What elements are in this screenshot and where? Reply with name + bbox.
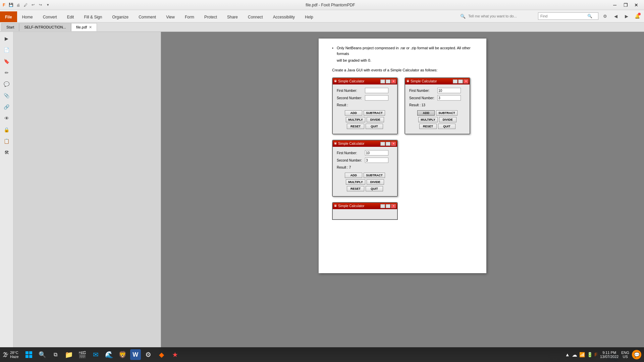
search-taskbar-btn[interactable]: 🔍 [36,349,48,361]
brave-btn[interactable]: 🦁 [117,349,129,361]
calc-4-close-btn[interactable]: ✕ [391,204,396,208]
sidebar-nav-icon[interactable]: ▶ [1,33,12,44]
calc-1-minimize-btn[interactable]: ─ [380,79,385,83]
calc-2-subtract-btn[interactable]: SUBTRACT [436,110,458,116]
qa-undo-icon[interactable]: ↩ [30,2,36,8]
network-icon[interactable]: ▲ [565,352,570,357]
tab-view[interactable]: View [161,11,180,22]
github-btn[interactable]: ⚙ [142,349,154,361]
tab-share[interactable]: Share [222,11,243,22]
calc-3-close-btn[interactable]: ✕ [391,142,396,146]
calc-2-first-input[interactable] [437,88,461,93]
help-search-input[interactable] [468,14,535,18]
calc-1-close-btn[interactable]: ✕ [391,79,396,83]
calc-2-quit-btn[interactable]: QUIT [438,124,455,129]
doc-tab-file-close-icon[interactable]: ✕ [89,25,92,29]
language-widget[interactable]: ENG US [621,351,629,359]
wifi-icon[interactable]: 📶 [579,352,585,357]
sidebar-bookmarks-icon[interactable]: 🔖 [1,56,12,67]
tab-form[interactable]: Form [180,11,199,22]
tab-organize[interactable]: Organize [107,11,133,22]
mail-btn[interactable]: ✉ [90,349,102,361]
find-input[interactable] [540,14,587,18]
calc-2-add-btn[interactable]: ADD [417,110,435,116]
calc-4-minimize-btn[interactable]: ─ [380,204,385,208]
qa-redo-icon[interactable]: ↪ [38,2,44,8]
sidebar-annotate-icon[interactable]: ✏ [1,67,12,78]
tab-comment[interactable]: Comment [133,11,161,22]
calc-3-add-btn[interactable]: ADD [345,173,362,178]
start-button[interactable] [23,349,35,361]
calc-3-first-input[interactable] [365,150,388,156]
tab-fill-sign[interactable]: Fill & Sign [79,11,107,22]
tab-convert[interactable]: Convert [38,11,62,22]
tab-help[interactable]: Help [300,11,318,22]
sidebar-comments-icon[interactable]: 💬 [1,79,12,89]
qa-print-icon[interactable]: 🖨 [15,2,21,8]
calc-3-divide-btn[interactable]: DIVIDE [367,179,384,185]
tab-file[interactable]: File [0,11,17,22]
sidebar-security-icon[interactable]: 🔒 [1,124,12,135]
qa-edit-icon[interactable]: 🖊 [23,2,29,8]
calc-1-add-btn[interactable]: ADD [345,110,362,116]
file-explorer-btn[interactable]: 📁 [63,349,75,361]
calc-2-close-btn[interactable]: ✕ [464,79,468,83]
calc-2-multiply-btn[interactable]: MULTIPLY [418,117,438,122]
nav-forward-icon[interactable]: ▶ [623,12,631,20]
tab-accessibility[interactable]: Accessibility [268,11,300,22]
restore-button[interactable]: ❐ [621,2,631,8]
calc-2-reset-btn[interactable]: RESET [419,124,437,129]
doc-tab-start[interactable]: Start [1,23,19,31]
calc-1-divide-btn[interactable]: DIVIDE [367,117,384,122]
calc-3-multiply-btn[interactable]: MULTIPLY [346,179,365,185]
task-view-btn[interactable]: ⧉ [50,349,62,361]
calc-3-subtract-btn[interactable]: SUBTRACT [364,173,385,178]
cloud-icon[interactable]: ☁ [572,352,577,358]
calc-1-first-input[interactable] [365,88,388,93]
sidebar-links-icon[interactable]: 🔗 [1,102,12,112]
calc-3-quit-btn[interactable]: QUIT [366,186,383,191]
datetime-widget[interactable]: 9:11 PM 13/07/2022 [600,351,619,359]
qa-save-icon[interactable]: 💾 [8,2,14,8]
battery-icon[interactable]: 🔋 [587,352,593,357]
sidebar-tools-icon[interactable]: 🛠 [1,147,12,158]
word-btn[interactable]: W [130,349,141,360]
notification-icon[interactable]: 🔔 [633,12,641,20]
tab-edit[interactable]: Edit [62,11,79,22]
notification-circle[interactable]: 💬 [632,350,641,359]
calc-2-maximize-btn[interactable]: □ [458,79,463,83]
calc-1-subtract-btn[interactable]: SUBTRACT [364,110,385,116]
obs-btn[interactable]: 🎬 [76,349,89,361]
doc-tab-self-intro[interactable]: SELF-INTRODUCTION... [19,23,71,31]
calc-3-reset-btn[interactable]: RESET [347,186,364,191]
calc-3-maximize-btn[interactable]: □ [386,142,390,146]
sidebar-properties-icon[interactable]: 👁 [1,113,12,124]
calc-4-maximize-btn[interactable]: □ [386,204,390,208]
tab-protect[interactable]: Protect [199,11,222,22]
minimize-button[interactable]: ─ [610,2,620,8]
calc-1-reset-btn[interactable]: RESET [347,124,364,129]
calc-1-multiply-btn[interactable]: MULTIPLY [346,117,365,122]
edge-btn[interactable]: 🌊 [103,349,115,361]
sidebar-pages-icon[interactable]: 📄 [1,45,12,55]
calc-1-second-input[interactable] [365,95,388,101]
doc-tab-file[interactable]: file.pdf ✕ [71,23,97,31]
calc-1-quit-btn[interactable]: QUIT [366,124,383,129]
calc-1-maximize-btn[interactable]: □ [386,79,390,83]
tab-connect[interactable]: Connect [243,11,268,22]
app-tray-2[interactable]: ★ [169,349,181,361]
qa-dropdown-icon[interactable]: ▾ [45,2,51,8]
close-button[interactable]: ✕ [631,2,641,8]
tab-home[interactable]: Home [17,11,38,22]
calc-2-divide-btn[interactable]: DIVIDE [439,117,457,122]
app-tray-1[interactable]: ◆ [156,349,168,361]
settings-icon[interactable]: ⚙ [601,12,609,20]
calc-3-second-input[interactable] [365,158,388,163]
calc-2-minimize-btn[interactable]: ─ [453,79,458,83]
sidebar-attachments-icon[interactable]: 📎 [1,90,12,101]
calc-3-minimize-btn[interactable]: ─ [380,142,385,146]
find-icon[interactable]: 🔍 [587,14,592,18]
sidebar-layers-icon[interactable]: 📋 [1,136,12,146]
nav-back-icon[interactable]: ◀ [612,12,620,20]
calc-2-second-input[interactable] [437,95,461,101]
